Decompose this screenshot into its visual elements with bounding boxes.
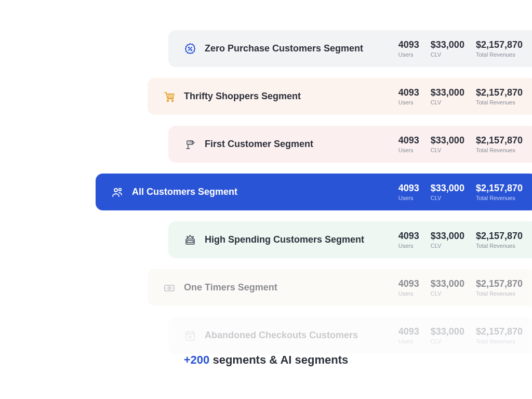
stat-clv: $33,000 CLV bbox=[431, 278, 464, 297]
segment-card[interactable]: Zero Purchase Customers Segment 4093 Use… bbox=[168, 30, 532, 67]
footer-rest: segments & AI segments bbox=[209, 353, 348, 366]
stat-revenues: $2,157,870 Total Revenues bbox=[476, 231, 523, 249]
cart-icon bbox=[162, 89, 177, 104]
stat-clv: $33,000 CLV bbox=[431, 231, 464, 249]
svg-point-3 bbox=[167, 100, 169, 101]
svg-point-13 bbox=[119, 188, 122, 191]
segment-stats: 4093 Users $33,000 CLV $2,157,870 Total … bbox=[398, 87, 523, 105]
first-flag-icon: 1ST bbox=[183, 137, 197, 152]
segment-stats: 4093 Users $33,000 CLV $2,157,870 Total … bbox=[398, 183, 523, 201]
segment-card[interactable]: Abandoned Checkouts Customers 4093 Users… bbox=[168, 317, 532, 354]
svg-rect-20 bbox=[186, 332, 194, 340]
stat-users: 4093 Users bbox=[398, 183, 419, 201]
segment-title: High Spending Customers Segment bbox=[205, 234, 398, 245]
stat-revenues: $2,157,870 Total Revenues bbox=[476, 326, 523, 344]
stat-users: 4093 Users bbox=[398, 39, 419, 58]
stat-revenues: $2,157,870 Total Revenues bbox=[476, 183, 523, 201]
percent-badge-icon bbox=[183, 42, 197, 56]
svg-text:1ST: 1ST bbox=[189, 141, 193, 144]
segment-title: Thrifty Shoppers Segment bbox=[184, 91, 398, 102]
segment-stats: 4093 Users $33,000 CLV $2,157,870 Total … bbox=[398, 39, 523, 58]
segment-title: First Customer Segment bbox=[205, 139, 398, 150]
stat-users: 4093 Users bbox=[398, 87, 419, 105]
svg-point-2 bbox=[191, 49, 192, 50]
svg-point-4 bbox=[172, 100, 174, 101]
segments-stage: Zero Purchase Customers Segment 4093 Use… bbox=[0, 0, 532, 399]
calendar-x-icon bbox=[183, 328, 197, 343]
cash-icon bbox=[162, 281, 177, 295]
segment-card[interactable]: 1ST First Customer Segment 4093 Users $3… bbox=[168, 126, 532, 163]
segment-card[interactable]: One Timers Segment 4093 Users $33,000 CL… bbox=[148, 269, 532, 306]
footer-accent: +200 bbox=[184, 353, 210, 366]
stat-revenues: $2,157,870 Total Revenues bbox=[476, 39, 523, 58]
stat-revenues: $2,157,870 Total Revenues bbox=[476, 87, 523, 105]
stat-clv: $33,000 CLV bbox=[431, 135, 464, 153]
svg-point-1 bbox=[189, 47, 190, 48]
stat-revenues: $2,157,870 Total Revenues bbox=[476, 135, 523, 153]
stat-users: 4093 Users bbox=[398, 326, 419, 344]
segment-title: All Customers Segment bbox=[132, 187, 398, 197]
segment-stats: 4093 Users $33,000 CLV $2,157,870 Total … bbox=[398, 278, 523, 297]
stat-clv: $33,000 CLV bbox=[431, 183, 464, 201]
svg-point-17 bbox=[168, 287, 171, 289]
segment-stats: 4093 Users $33,000 CLV $2,157,870 Total … bbox=[398, 326, 523, 344]
crown-box-icon bbox=[183, 233, 197, 247]
segment-card-active[interactable]: All Customers Segment 4093 Users $33,000… bbox=[96, 174, 532, 210]
segment-title: Abandoned Checkouts Customers bbox=[205, 330, 398, 341]
segment-title: Zero Purchase Customers Segment bbox=[205, 43, 398, 54]
stat-users: 4093 Users bbox=[398, 278, 419, 297]
users-icon bbox=[110, 185, 125, 200]
svg-point-12 bbox=[114, 189, 117, 192]
segment-card[interactable]: High Spending Customers Segment 4093 Use… bbox=[168, 221, 532, 258]
stat-users: 4093 Users bbox=[398, 135, 419, 153]
stat-users: 4093 Users bbox=[398, 231, 419, 249]
stat-clv: $33,000 CLV bbox=[431, 87, 464, 105]
segment-stats: 4093 Users $33,000 CLV $2,157,870 Total … bbox=[398, 231, 523, 249]
stat-clv: $33,000 CLV bbox=[431, 326, 464, 344]
svg-rect-15 bbox=[187, 241, 193, 243]
segment-title: One Timers Segment bbox=[184, 282, 398, 293]
stat-clv: $33,000 CLV bbox=[431, 39, 464, 58]
footer-caption: +200 segments & AI segments bbox=[0, 353, 532, 367]
stat-revenues: $2,157,870 Total Revenues bbox=[476, 278, 523, 297]
segment-card[interactable]: Thrifty Shoppers Segment 4093 Users $33,… bbox=[148, 78, 532, 115]
segment-stats: 4093 Users $33,000 CLV $2,157,870 Total … bbox=[398, 135, 523, 153]
